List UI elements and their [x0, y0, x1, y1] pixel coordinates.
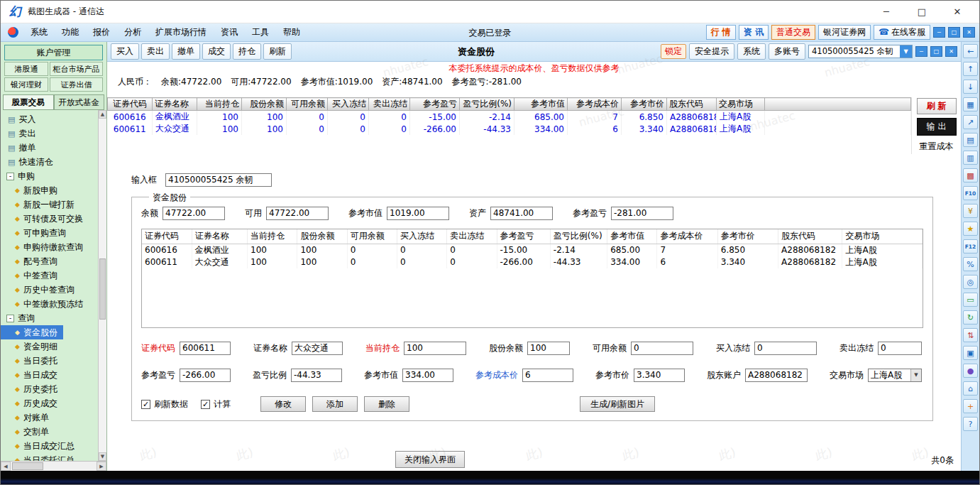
rail-scroll-up-icon[interactable]: ↑ [963, 62, 978, 76]
scroll-right-button[interactable]: ▶ [97, 462, 106, 471]
form-ref-cost-price-input[interactable] [522, 369, 573, 382]
tree-item-pending-payment-query[interactable]: ◆申购待缴款查询 [1, 240, 89, 254]
rail-target-icon[interactable]: ◎ [963, 275, 978, 289]
refresh-data-checkbox[interactable]: ✓刷新数据 [141, 398, 188, 410]
rail-currency-icon[interactable]: ¥ [963, 204, 978, 218]
form-summary-available-input[interactable] [266, 207, 329, 220]
horizontal-scroll-track[interactable] [11, 462, 97, 471]
rail-help-icon[interactable]: ? [963, 417, 978, 431]
rail-globe-icon[interactable]: ● [963, 364, 978, 378]
account-management-button[interactable]: 账户管理 [4, 45, 103, 60]
tree-item-lottery-payment-freeze[interactable]: ◆中签缴款预冻结 [1, 297, 89, 311]
rail-percent-icon[interactable]: % [963, 257, 978, 271]
menu-analysis[interactable]: 分析 [117, 23, 148, 41]
scroll-down-button[interactable]: ▼ [99, 452, 106, 461]
column-header-0[interactable]: 证券代码 [108, 98, 153, 111]
sidebar-otc-products-button[interactable]: 柜台市场产品 [50, 62, 103, 76]
form-summary-ref-market-value-input[interactable] [387, 207, 449, 220]
collapse-icon[interactable]: - [6, 173, 14, 180]
modify-button[interactable]: 修改 [260, 396, 306, 412]
sidebar-securities-lending-button[interactable]: 证券出借 [50, 77, 103, 92]
tree-scrollbar[interactable]: ▲ ▼ [98, 110, 106, 461]
news-button[interactable]: 资 讯 [739, 25, 769, 40]
form-summary-ref-pnl-input[interactable] [611, 207, 673, 220]
rail-grid-icon[interactable]: ▦ [963, 97, 978, 111]
reset-cost-button[interactable]: 重置成本 [920, 139, 954, 154]
form-share-balance-input[interactable] [527, 342, 570, 355]
tree-item-new-stock-subscription[interactable]: ◆新股申购 [1, 183, 63, 197]
form-pnl-ratio-input[interactable] [291, 369, 342, 382]
rail-f12-icon[interactable]: F12 [963, 239, 978, 254]
toolbar-filled-button[interactable]: 成交 [202, 43, 231, 60]
tree-item-account-statement[interactable]: ◆对账单 [1, 410, 55, 425]
toolbar-refresh-button[interactable]: 刷新 [263, 43, 292, 60]
form-sell-frozen-input[interactable] [878, 342, 922, 355]
form-trade-market-select[interactable]: 上海A股▼ [868, 369, 922, 382]
sidebar-galaxy-wealth-button[interactable]: 银河理财 [4, 77, 48, 92]
column-header-3[interactable]: 股份余额 [242, 98, 287, 111]
tree-item-today-orders[interactable]: ◆当日委托 [1, 354, 63, 368]
rail-refresh-icon[interactable]: ↻ [963, 310, 978, 325]
sidebar-tab-stock-trading[interactable]: 股票交易 [3, 94, 54, 110]
generate-image-button[interactable]: 生成/刷新图片 [580, 396, 655, 412]
tree-item-one-key-ipo[interactable]: ◆新股一键打新 [1, 197, 80, 212]
column-header-9[interactable]: 参考市值 [514, 98, 568, 111]
column-header-5[interactable]: 买入冻结 [328, 98, 369, 111]
rail-star-icon[interactable]: ★ [963, 222, 978, 236]
form-ref-pnl-input[interactable] [180, 369, 231, 382]
window-maximize-button[interactable]: □ [915, 6, 928, 17]
system-button[interactable]: 系统 [737, 43, 766, 60]
scroll-track[interactable] [99, 119, 106, 452]
form-security-name-input[interactable] [292, 342, 343, 355]
form-current-position-input[interactable] [404, 342, 466, 355]
tree-item-fund-shares[interactable]: ◆资金股份 [1, 325, 63, 339]
online-service-button[interactable]: ☎在线客服 [874, 25, 930, 40]
rail-scroll-down-icon[interactable]: ↓ [963, 80, 978, 94]
scroll-left-button[interactable]: ◀ [1, 462, 11, 471]
subwindow-minimize-button[interactable]: ─ [915, 46, 927, 57]
scroll-thumb[interactable] [99, 258, 106, 320]
column-header-7[interactable]: 参考盈亏 [410, 98, 460, 111]
checkbox-icon[interactable]: ✓ [141, 400, 150, 409]
tree-item-cancel-order[interactable]: ▤撤单 [1, 141, 41, 155]
broker-site-button[interactable]: 银河证券网 [818, 25, 871, 40]
multi-account-button[interactable]: 多账号 [769, 43, 805, 60]
form-ref-price-input[interactable] [634, 369, 685, 382]
menu-extended-market[interactable]: 扩展市场行情 [148, 23, 214, 41]
tree-item-subscription[interactable]: -申购 [1, 169, 40, 183]
column-header-2[interactable]: 当前持仓 [197, 98, 242, 111]
form-buy-frozen-input[interactable] [754, 342, 817, 355]
tree-item-sell[interactable]: ▤卖出 [1, 126, 41, 141]
column-header-4[interactable]: 可用余额 [287, 98, 328, 111]
table-row[interactable]: 600616金枫酒业100100000-15.00-2.14685.0076.8… [108, 111, 911, 124]
lock-button[interactable]: 锁定 [661, 44, 686, 59]
column-header-1[interactable]: 证券名称 [153, 98, 197, 111]
trade-mode-button[interactable]: 普通交易 [771, 25, 815, 40]
tree-item-delivery-statement[interactable]: ◆交割单 [1, 425, 55, 439]
table-row[interactable]: 600611大众交通100100000-266.00-44.33334.0063… [142, 256, 923, 268]
form-available-balance-input[interactable] [631, 342, 693, 355]
tree-item-buy[interactable]: ▤买入 [1, 112, 41, 126]
table-row[interactable]: 600611大众交通100100000-266.00-44.33334.0063… [108, 123, 911, 135]
add-button[interactable]: 添加 [312, 396, 358, 412]
account-input[interactable] [165, 173, 272, 187]
form-shareholder-account-input[interactable] [745, 369, 808, 382]
column-header-10[interactable]: 参考成本价 [568, 98, 622, 111]
menu-help[interactable]: 帮助 [276, 23, 307, 41]
rail-folder-icon[interactable]: ▭ [963, 293, 978, 307]
collapse-icon[interactable]: - [6, 315, 14, 322]
rail-trend-icon[interactable]: ↗ [963, 115, 978, 129]
menu-system[interactable]: 系统 [23, 23, 55, 41]
delete-button[interactable]: 删除 [364, 396, 409, 412]
column-header-11[interactable]: 参考市价 [622, 98, 667, 111]
tree-item-allotment-query[interactable]: ◆配号查询 [1, 254, 63, 268]
panel-minimize-button[interactable]: ─ [933, 27, 945, 38]
tree-item-today-trades[interactable]: ◆当日成交 [1, 368, 63, 382]
tree-item-quick-clear[interactable]: ▤快速清仓 [1, 155, 58, 169]
toolbar-buy-button[interactable]: 买入 [111, 43, 139, 60]
form-ref-market-value-input[interactable] [402, 369, 453, 382]
tree-item-subscribable-query[interactable]: ◆可申购查询 [1, 226, 72, 240]
menu-tools[interactable]: 工具 [245, 23, 276, 41]
rail-back-icon[interactable]: ← [963, 44, 978, 58]
tree-item-fund-details[interactable]: ◆资金明细 [1, 339, 63, 354]
